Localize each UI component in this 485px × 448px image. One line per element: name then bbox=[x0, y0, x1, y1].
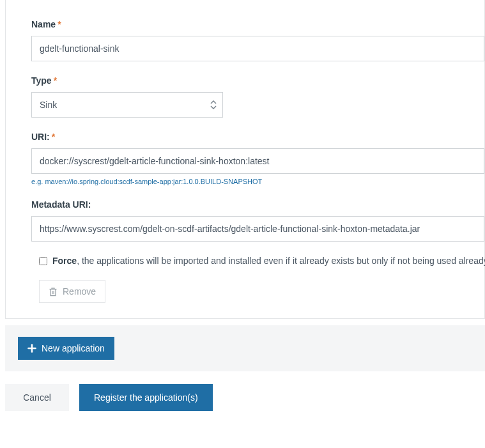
name-label: Name bbox=[31, 19, 56, 29]
required-asterisk: * bbox=[52, 132, 55, 142]
required-asterisk: * bbox=[58, 19, 61, 29]
remove-label: Remove bbox=[63, 286, 96, 297]
type-select-wrap: Sink bbox=[31, 92, 223, 118]
footer-actions: Cancel Register the application(s) bbox=[5, 384, 485, 411]
metadata-input[interactable] bbox=[31, 216, 484, 242]
new-application-label: New application bbox=[42, 343, 105, 353]
uri-group: URI:* e.g. maven://io.spring.cloud:scdf-… bbox=[31, 132, 484, 185]
metadata-group: Metadata URI: bbox=[31, 199, 484, 242]
cancel-button[interactable]: Cancel bbox=[5, 384, 69, 411]
uri-help-text: e.g. maven://io.spring.cloud:scdf-sample… bbox=[31, 178, 484, 185]
cancel-label: Cancel bbox=[23, 392, 51, 403]
uri-input[interactable] bbox=[31, 148, 484, 174]
metadata-label: Metadata URI: bbox=[31, 199, 91, 210]
register-button[interactable]: Register the application(s) bbox=[79, 384, 213, 411]
plus-icon bbox=[27, 344, 36, 353]
app-form-card: Name* Type* Sink URI:* e.g. maven://io.s… bbox=[5, 0, 485, 319]
force-checkbox[interactable] bbox=[39, 257, 47, 265]
name-input[interactable] bbox=[31, 36, 484, 61]
type-label: Type bbox=[31, 75, 52, 86]
type-group: Type* Sink bbox=[31, 75, 484, 118]
register-label: Register the application(s) bbox=[94, 392, 198, 403]
new-app-strip: New application bbox=[5, 325, 485, 371]
trash-icon bbox=[49, 287, 58, 297]
required-asterisk: * bbox=[54, 75, 57, 86]
uri-label: URI: bbox=[31, 132, 50, 142]
force-row: Force, the applications will be imported… bbox=[31, 256, 484, 266]
new-application-button[interactable]: New application bbox=[18, 337, 114, 360]
name-group: Name* bbox=[31, 19, 484, 61]
type-select[interactable]: Sink bbox=[31, 92, 223, 118]
force-description: Force, the applications will be imported… bbox=[52, 256, 485, 266]
remove-button[interactable]: Remove bbox=[39, 280, 105, 303]
